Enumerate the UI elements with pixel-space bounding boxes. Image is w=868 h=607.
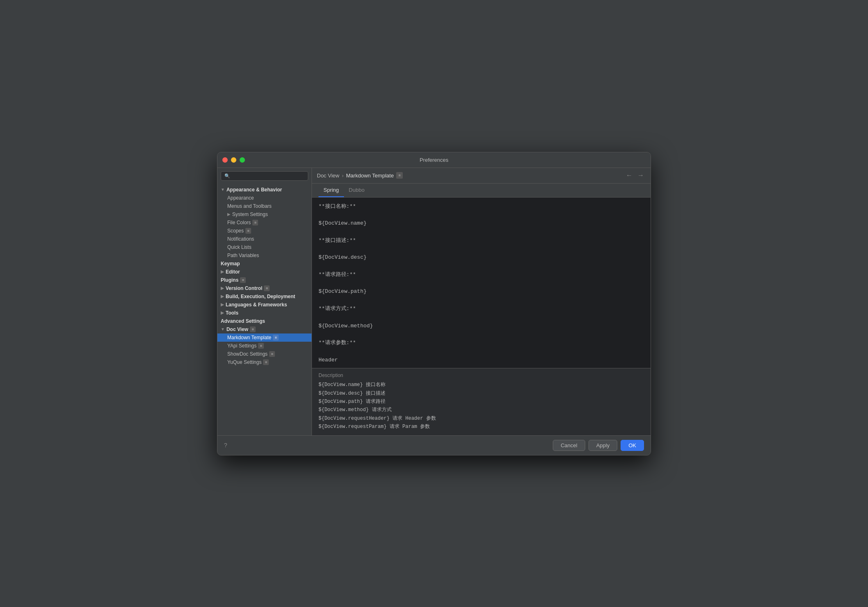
sidebar-item-path-variables[interactable]: Path Variables <box>217 251 312 260</box>
footer-buttons: Cancel Apply OK <box>553 440 644 451</box>
arrow-icon: ▶ <box>227 212 231 216</box>
nav-back-button[interactable]: ← <box>624 171 634 180</box>
desc-line-3: ${DocView.path} 请求路径 <box>319 398 644 406</box>
sidebar-item-yuque-settings[interactable]: YuQue Settings ≡ <box>217 358 312 366</box>
item-icon: ≡ <box>269 351 275 357</box>
description-panel: Description ${DocView.name} 接口名称 ${DocVi… <box>312 368 651 435</box>
sidebar-item-keymap[interactable]: Keymap <box>217 260 312 268</box>
sidebar-item-editor[interactable]: ▶ Editor <box>217 268 312 276</box>
editor-line <box>319 211 644 219</box>
search-box[interactable]: 🔍 <box>221 171 308 181</box>
sidebar-item-label: Appearance <box>227 195 254 201</box>
item-icon: ≡ <box>263 359 269 365</box>
sidebar-item-showdoc-settings[interactable]: ShowDoc Settings ≡ <box>217 350 312 358</box>
desc-line-1: ${DocView.name} 接口名称 <box>319 381 644 389</box>
nav-arrows: ← → <box>624 171 646 180</box>
tab-dubbo[interactable]: Dubbo <box>344 184 369 197</box>
tabs-bar: Spring Dubbo <box>312 184 651 198</box>
sidebar-item-label: Appearance & Behavior <box>226 187 282 193</box>
sidebar-item-system-settings[interactable]: ▶ System Settings <box>217 210 312 218</box>
sidebar-item-languages-frameworks[interactable]: ▶ Languages & Frameworks <box>217 301 312 309</box>
sidebar-item-label: Quick Lists <box>227 244 252 250</box>
editor-line: ${DocView.path} <box>319 287 644 296</box>
desc-line-5: ${DocView.requestHeader} 请求 Header 参数 <box>319 414 644 423</box>
sidebar-item-label: Menus and Toolbars <box>227 203 272 209</box>
editor-line: ${DocView.method} <box>319 322 644 331</box>
item-icon: ≡ <box>258 343 264 349</box>
sidebar-item-advanced-settings[interactable]: Advanced Settings <box>217 317 312 325</box>
sidebar-item-label: File Colors <box>227 220 251 225</box>
item-icon: ≡ <box>252 220 258 225</box>
editor-line: **请求方式:** <box>319 305 644 313</box>
editor-line: **接口名称:** <box>319 202 644 211</box>
window-title: Preferences <box>420 157 448 163</box>
sidebar-item-scopes[interactable]: Scopes ≡ <box>217 227 312 235</box>
sidebar-item-yapi-settings[interactable]: YApi Settings ≡ <box>217 342 312 350</box>
sidebar-item-label: ShowDoc Settings <box>227 351 268 357</box>
arrow-icon: ▶ <box>221 286 224 290</box>
sidebar-item-label: Editor <box>226 269 240 275</box>
sidebar-item-appearance-behavior[interactable]: ▼ Appearance & Behavior <box>217 186 312 194</box>
sidebar-item-markdown-template[interactable]: Markdown Template ≡ <box>217 333 312 342</box>
item-icon: ≡ <box>240 277 246 283</box>
nav-forward-button[interactable]: → <box>636 171 646 180</box>
desc-line-2: ${DocView.desc} 接口描述 <box>319 389 644 398</box>
sidebar-item-label: System Settings <box>232 212 268 217</box>
sidebar-item-label: Doc View <box>226 326 248 332</box>
sidebar-item-label: Advanced Settings <box>221 318 265 324</box>
sidebar-item-tools[interactable]: ▶ Tools <box>217 309 312 317</box>
minimize-button[interactable] <box>231 157 236 163</box>
sidebar-item-label: Plugins <box>221 277 238 283</box>
sidebar-item-quick-lists[interactable]: Quick Lists <box>217 243 312 251</box>
traffic-lights <box>222 157 245 163</box>
ok-button[interactable]: OK <box>621 440 644 451</box>
breadcrumb-parent[interactable]: Doc View <box>317 172 339 179</box>
maximize-button[interactable] <box>240 157 245 163</box>
arrow-icon: ▶ <box>221 302 224 307</box>
main-content: 🔍 ▼ Appearance & Behavior Appearance Men… <box>217 168 651 435</box>
sidebar-item-label: Build, Execution, Deployment <box>226 294 295 299</box>
editor-line <box>319 330 644 339</box>
cancel-button[interactable]: Cancel <box>553 440 585 451</box>
arrow-icon: ▶ <box>221 294 224 299</box>
tab-spring[interactable]: Spring <box>319 184 344 197</box>
item-icon: ≡ <box>245 228 251 234</box>
sidebar-item-plugins[interactable]: Plugins ≡ <box>217 276 312 284</box>
editor-line: Header <box>319 356 644 365</box>
sidebar-item-label: Tools <box>226 310 238 316</box>
editor-line <box>319 228 644 237</box>
footer: ? Cancel Apply OK <box>217 435 651 455</box>
breadcrumb-separator: › <box>342 172 344 179</box>
editor-line <box>319 347 644 356</box>
editor-line <box>319 262 644 271</box>
editor-line <box>319 296 644 305</box>
arrow-icon: ▼ <box>221 327 225 331</box>
close-button[interactable] <box>222 157 228 163</box>
sidebar-item-doc-view[interactable]: ▼ Doc View ≡ <box>217 325 312 333</box>
sidebar-item-label: YApi Settings <box>227 343 256 349</box>
sidebar: 🔍 ▼ Appearance & Behavior Appearance Men… <box>217 168 312 435</box>
description-content: ${DocView.name} 接口名称 ${DocView.desc} 接口描… <box>319 381 644 431</box>
sidebar-item-label: Languages & Frameworks <box>226 302 287 308</box>
sidebar-item-file-colors[interactable]: File Colors ≡ <box>217 218 312 227</box>
sidebar-item-build-execution[interactable]: ▶ Build, Execution, Deployment <box>217 292 312 301</box>
help-icon[interactable]: ? <box>224 442 227 448</box>
item-icon: ≡ <box>264 285 270 291</box>
desc-line-4: ${DocView.method} 请求方式 <box>319 406 644 414</box>
editor-line: **请求参数:** <box>319 339 644 347</box>
right-panel: Doc View › Markdown Template ≡ ← → Sprin… <box>312 168 651 435</box>
sidebar-item-notifications[interactable]: Notifications <box>217 235 312 243</box>
editor-area[interactable]: **接口名称:** ${DocView.name} **接口描述:** ${Do… <box>312 198 651 368</box>
item-icon: ≡ <box>273 335 279 340</box>
sidebar-item-appearance[interactable]: Appearance <box>217 194 312 202</box>
sidebar-item-menus-toolbars[interactable]: Menus and Toolbars <box>217 202 312 210</box>
breadcrumb-menu-icon[interactable]: ≡ <box>396 172 403 179</box>
editor-line: **接口描述:** <box>319 237 644 245</box>
search-icon: 🔍 <box>224 173 230 179</box>
sidebar-item-label: Scopes <box>227 228 244 234</box>
editor-line: ${DocView.name} <box>319 219 644 228</box>
sidebar-item-version-control[interactable]: ▶ Version Control ≡ <box>217 284 312 292</box>
sidebar-item-label: YuQue Settings <box>227 359 261 365</box>
apply-button[interactable]: Apply <box>589 440 618 451</box>
editor-line <box>319 313 644 322</box>
